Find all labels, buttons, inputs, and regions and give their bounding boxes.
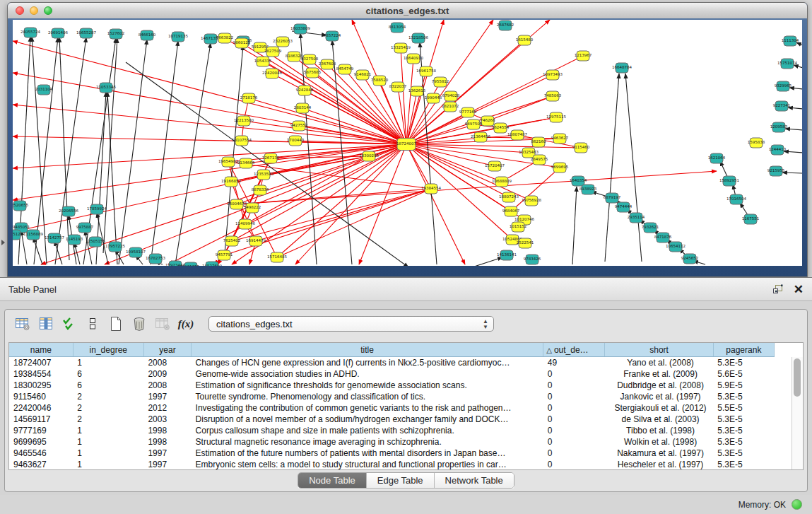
graph-node[interactable]: 3267130	[262, 153, 280, 163]
graph-node[interactable]: 7485063	[544, 91, 562, 101]
graph-node[interactable]: 9115460	[572, 143, 590, 153]
graph-node[interactable]: 8471876	[654, 233, 672, 243]
graph-node[interactable]: 10719135	[168, 32, 188, 42]
graph-node[interactable]: 1961655	[182, 262, 200, 266]
select-columns-button[interactable]	[59, 315, 80, 333]
graph-node[interactable]: 16914479	[246, 236, 266, 246]
graph-node[interactable]: 10655287	[76, 28, 96, 38]
graph-node[interactable]: 13142757	[45, 233, 64, 243]
graph-node[interactable]: 9427552	[290, 121, 308, 131]
graph-node[interactable]: 9327508	[301, 54, 319, 64]
graph-node[interactable]: 9146821	[354, 70, 372, 80]
graph-node[interactable]: 1621064	[708, 153, 726, 163]
graph-node[interactable]: 17957225	[105, 242, 125, 252]
import-table-button[interactable]	[152, 315, 173, 333]
graph-node[interactable]: 7955812	[432, 77, 449, 87]
panel-collapse-handle[interactable]	[1, 240, 5, 245]
graph-node[interactable]: 10654112	[666, 242, 686, 252]
graph-node[interactable]: 1054335	[254, 57, 272, 66]
graph-node[interactable]: 3624554	[492, 123, 510, 133]
table-row[interactable]: 1872400712008Changes of HCN gene express…	[9, 357, 775, 369]
graph-node[interactable]: 1111304	[782, 36, 799, 46]
graph-node[interactable]: 15892951	[719, 176, 739, 186]
graph-node[interactable]: 1015152	[510, 222, 527, 232]
graph-node[interactable]: 8454749	[336, 64, 354, 74]
scrollbar-thumb[interactable]	[794, 358, 801, 397]
graph-node[interactable]: 17859924	[87, 204, 107, 214]
graph-node[interactable]: 1821072	[442, 102, 459, 112]
graph-node[interactable]: 862160	[531, 137, 546, 147]
graph-node[interactable]: 9777169	[459, 107, 477, 117]
graph-node[interactable]: 12923448	[165, 261, 185, 266]
graph-node[interactable]: 1244413	[769, 145, 787, 155]
graph-node[interactable]: 1595838	[748, 138, 765, 148]
table-row[interactable]: 1938455462009Genome-wide association stu…	[9, 368, 775, 380]
table-row[interactable]: 977716911998Corpus callosum shape and si…	[9, 425, 775, 436]
graph-node[interactable]: 20691406	[48, 28, 68, 38]
table-row[interactable]: 1830029562008Estimation of significance …	[9, 380, 775, 391]
table-row[interactable]: 946362711997Embryonic stem cells: a mode…	[9, 459, 775, 470]
tab-node-table[interactable]: Node Table	[298, 473, 367, 488]
tab-network-table[interactable]: Network Table	[435, 473, 514, 488]
graph-node[interactable]: 12975115	[546, 112, 566, 122]
create-column-button[interactable]	[105, 315, 126, 333]
tab-edge-table[interactable]: Edge Table	[367, 473, 435, 488]
graph-node[interactable]: 8466160	[139, 30, 156, 40]
show-columns-button[interactable]	[35, 315, 57, 333]
minimize-window-button[interactable]	[30, 6, 38, 15]
graph-node[interactable]: 6879197	[604, 193, 621, 203]
graph-node[interactable]: 2827509	[264, 47, 282, 57]
column-header-name[interactable]: name	[9, 343, 73, 357]
graph-node[interactable]: 2849575	[531, 155, 548, 165]
graph-node[interactable]: 7588520	[371, 76, 389, 86]
graph-node[interactable]: 1527602	[107, 29, 125, 39]
graph-node[interactable]: 8322037	[389, 82, 407, 92]
window-titlebar[interactable]: citations_edges.txt	[8, 3, 807, 19]
column-header-in_degree[interactable]: in_degree	[73, 343, 143, 357]
vertical-scrollbar[interactable]	[792, 357, 803, 469]
graph-node[interactable]: 5875685	[304, 68, 322, 78]
graph-node[interactable]: 2520655	[13, 201, 29, 211]
graph-node[interactable]: 5498222	[244, 203, 261, 213]
row-height-button[interactable]	[82, 315, 103, 333]
network-canvas[interactable]: 2405572420691406106552871527602846616010…	[13, 20, 802, 266]
graph-node[interactable]: 9215955	[767, 166, 785, 176]
graph-node[interactable]: 2031104	[35, 85, 53, 95]
graph-node[interactable]: 9245652	[681, 254, 699, 264]
graph-node[interactable]: 13325419	[391, 43, 411, 53]
table-row[interactable]: 2242004622012Investigating the contribut…	[9, 402, 775, 414]
graph-node[interactable]: 9329965	[775, 81, 792, 91]
graph-node[interactable]: 14671355	[201, 34, 220, 44]
graph-node[interactable]: 9975887	[76, 223, 94, 233]
graph-node[interactable]: 9699695	[551, 163, 569, 173]
graph-node[interactable]: 9684067	[502, 206, 520, 216]
graph-node[interactable]: 18724007	[396, 139, 416, 151]
graph-node[interactable]: 9474444	[615, 202, 632, 212]
graph-node[interactable]: 10807487	[507, 130, 527, 140]
graph-node[interactable]: 2522541	[517, 238, 534, 248]
graph-node[interactable]: 9463627	[551, 134, 569, 144]
graph-node[interactable]: 8938923	[579, 185, 597, 194]
graph-node[interactable]: 2687682	[497, 21, 514, 30]
graph-node[interactable]: 1145193	[66, 235, 83, 245]
table-row[interactable]: 911546021997Tourette syndrome. Phenomeno…	[9, 391, 775, 402]
graph-node[interactable]: 7932621	[642, 223, 659, 233]
graph-node[interactable]: 14136141	[497, 250, 517, 260]
graph-node[interactable]: 8186328	[286, 52, 303, 62]
column-header-pagerank[interactable]: pagerank	[713, 343, 774, 357]
delete-column-button[interactable]	[129, 315, 150, 333]
graph-node[interactable]: 6497508	[465, 119, 483, 129]
graph-node[interactable]: 19654982	[218, 157, 238, 167]
graph-node[interactable]: 16004678	[227, 199, 247, 209]
graph-node[interactable]: 1990448	[425, 93, 442, 103]
table-row[interactable]: 1456911722003Disruption of a novel membe…	[9, 414, 775, 425]
graph-node[interactable]: 16033809	[290, 24, 310, 34]
graph-node[interactable]: 7625402	[223, 236, 241, 246]
graph-node[interactable]: 17016504	[726, 194, 746, 204]
close-panel-button[interactable]: ✕	[794, 284, 804, 296]
column-header-title[interactable]: title	[192, 343, 543, 357]
graph-node[interactable]: 16961758	[416, 66, 436, 76]
graph-node[interactable]: 1213967	[575, 51, 592, 61]
graph-node[interactable]: 9783426	[524, 255, 541, 264]
graph-node[interactable]: 15751074	[777, 59, 797, 69]
